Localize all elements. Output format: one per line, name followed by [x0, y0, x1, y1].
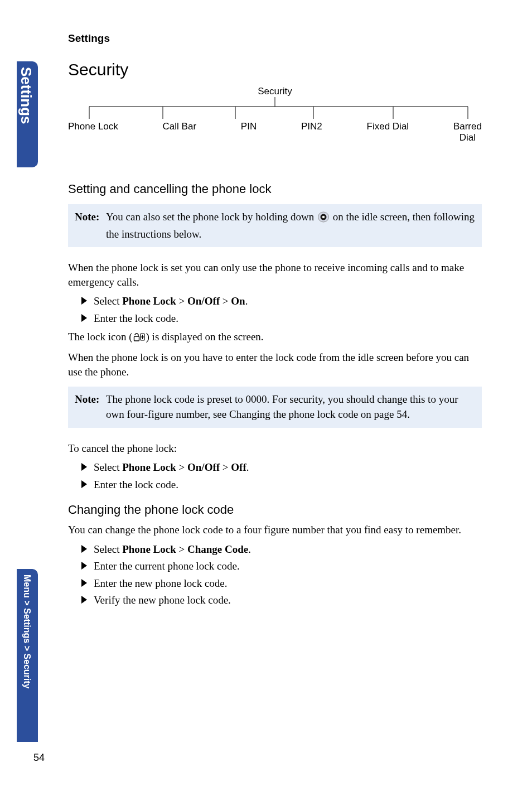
diagram-child: Call Bar — [163, 121, 196, 143]
diagram-children: Phone Lock Call Bar PIN PIN2 Fixed Dial … — [68, 121, 482, 143]
menu-path: On — [231, 295, 245, 307]
text: . — [246, 461, 249, 473]
diagram-root-label: Security — [68, 86, 482, 97]
text: Select — [94, 461, 122, 473]
lock-icon — [133, 331, 146, 346]
text: > — [176, 461, 187, 473]
list-item: Verify the new phone lock code. — [81, 592, 482, 609]
svg-point-10 — [322, 216, 325, 219]
text: The lock icon ( — [68, 331, 133, 343]
steps-list: Select Phone Lock > Change Code. Enter t… — [68, 542, 482, 609]
note-label: Note: — [75, 392, 106, 422]
menu-path: Off — [231, 461, 246, 473]
list-item: Enter the new phone lock code. — [81, 576, 482, 592]
body-paragraph: The lock icon () is displayed on the scr… — [68, 330, 482, 346]
text: Select — [94, 543, 122, 555]
diagram-child: Phone Lock — [68, 121, 118, 143]
list-item: Select Phone Lock > On/Off > Off. — [81, 460, 482, 476]
section-heading: Setting and cancelling the phone lock — [68, 182, 482, 196]
steps-list: Select Phone Lock > On/Off > Off. Enter … — [68, 460, 482, 493]
text: . — [245, 295, 248, 307]
note-box: Note: The phone lock code is preset to 0… — [68, 387, 482, 427]
menu-tree-diagram: Security Phone Lock Call Bar PIN PIN2 Fi… — [68, 86, 482, 158]
text: > — [176, 295, 187, 307]
note-text-part: You can also set the phone lock by holdi… — [106, 211, 317, 223]
page-content: Settings Security Security Phone Lock Ca… — [0, 0, 532, 742]
text: Select — [94, 295, 122, 307]
menu-path: Phone Lock — [122, 461, 176, 473]
text: > — [220, 295, 231, 307]
diagram-child: BarredDial — [453, 121, 482, 143]
note-label: Note: — [75, 210, 106, 242]
list-item: Enter the lock code. — [81, 477, 482, 493]
body-paragraph: When the phone lock is on you have to en… — [68, 350, 482, 379]
list-item: Select Phone Lock > Change Code. — [81, 542, 482, 558]
running-header: Settings — [68, 32, 482, 45]
body-paragraph: You can change the phone lock code to a … — [68, 523, 482, 537]
list-item: Enter the lock code. — [81, 311, 482, 327]
note-text: The phone lock code is preset to 0000. F… — [106, 392, 475, 422]
page-title: Security — [68, 60, 482, 79]
text: ) is displayed on the screen. — [146, 331, 264, 343]
diagram-child: PIN — [241, 121, 257, 143]
menu-path: Phone Lock — [122, 543, 176, 555]
list-item: Enter the current phone lock code. — [81, 558, 482, 575]
svg-rect-11 — [134, 336, 139, 341]
menu-path: Phone Lock — [122, 295, 176, 307]
steps-list: Select Phone Lock > On/Off > On. Enter t… — [68, 293, 482, 326]
side-tab-breadcrumb-label: Menu > Settings > Security — [22, 575, 32, 689]
body-paragraph: To cancel the phone lock: — [68, 441, 482, 456]
section-heading: Changing the phone lock code — [68, 503, 482, 517]
text: > — [220, 461, 231, 473]
nav-button-icon — [318, 211, 329, 227]
text: > — [176, 543, 187, 555]
menu-path: On/Off — [187, 461, 220, 473]
note-text: You can also set the phone lock by holdi… — [106, 210, 475, 242]
side-tab-settings-label: Settings — [17, 67, 35, 124]
list-item: Select Phone Lock > On/Off > On. — [81, 293, 482, 310]
body-paragraph: When the phone lock is set you can only … — [68, 261, 482, 289]
diagram-child: Fixed Dial — [367, 121, 409, 143]
menu-path: Change Code — [187, 543, 248, 555]
page-number: 54 — [33, 752, 45, 764]
diagram-child: PIN2 — [301, 121, 322, 143]
note-box: Note: You can also set the phone lock by… — [68, 204, 482, 247]
menu-path: On/Off — [187, 295, 220, 307]
text: . — [248, 543, 251, 555]
